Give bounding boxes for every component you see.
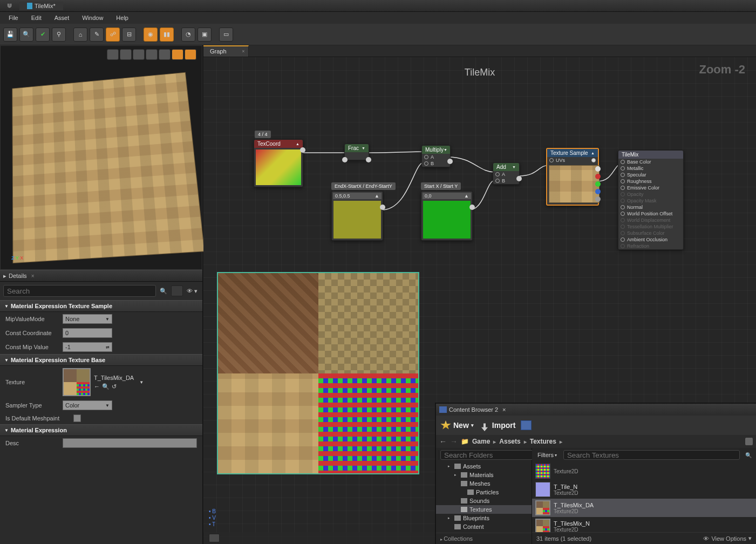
tree-item-particles[interactable]: Particles <box>436 488 532 497</box>
output-pin-metallic[interactable]: Metallic <box>618 165 683 172</box>
view-options-button[interactable]: 👁 View Options ▾ <box>703 535 752 542</box>
desc-input[interactable] <box>63 438 197 448</box>
output-pin-roughness[interactable]: Roughness <box>618 178 683 185</box>
tree-item-sounds[interactable]: Sounds <box>436 497 532 505</box>
node-output[interactable]: TileMix Base ColorMetallicSpecularRoughn… <box>618 150 684 250</box>
hide-button[interactable]: ⊟ <box>122 28 136 42</box>
tree-item-materials[interactable]: ▸Materials <box>436 471 532 479</box>
node-const2[interactable]: 0,0▲ <box>421 191 473 241</box>
node-texture-sample[interactable]: Texture Sample▲ UVs <box>546 148 599 206</box>
save-all-button[interactable] <box>521 420 532 430</box>
output-pin-world-position-offset[interactable]: World Position Offset <box>618 210 683 217</box>
vp-teapot-button[interactable] <box>159 49 171 60</box>
assets-search-input[interactable] <box>563 450 740 460</box>
constmip-input[interactable]: -1⇄ <box>63 342 112 352</box>
search-button[interactable]: ⚲ <box>52 28 66 42</box>
preview-viewport[interactable]: Z Y X <box>0 45 202 270</box>
close-icon[interactable]: × <box>31 273 35 279</box>
mobile-button[interactable]: ▭ <box>219 28 233 42</box>
folder-icon[interactable]: 📁 <box>461 438 469 445</box>
vp-plane-button[interactable] <box>133 49 145 60</box>
asset-t_tilesmix_n[interactable]: T_TilesMix_NTexture2D <box>532 517 756 532</box>
close-icon[interactable]: × <box>502 406 506 413</box>
stats-button[interactable]: ◔ <box>181 28 195 42</box>
save-button[interactable]: 💾 <box>3 28 17 42</box>
tree-item-content[interactable]: Content <box>436 522 532 531</box>
vp-sphere-button[interactable] <box>120 49 132 60</box>
use-icon[interactable]: ← <box>94 383 100 390</box>
path-assets[interactable]: Assets <box>499 438 520 445</box>
details-tab[interactable]: ▸ Details × <box>0 270 202 282</box>
path-root[interactable]: Game <box>472 438 490 445</box>
asset-t_tile_n[interactable]: T_Tile_NTexture2D <box>532 480 756 499</box>
back-button[interactable]: ← <box>439 437 447 446</box>
output-pin-tessellation-multiplier[interactable]: Tessellation Multiplier <box>618 223 683 230</box>
output-pin-subsurface-color[interactable]: Subsurface Color <box>618 230 683 236</box>
search-icon[interactable]: 🔍 <box>158 288 169 295</box>
collections-section[interactable]: ▸ Collections <box>436 533 532 544</box>
asset-t_tilesmix_da[interactable]: T_TilesMix_DATexture2D <box>532 499 756 517</box>
clean-button[interactable]: ✎ <box>90 28 104 42</box>
tab-graph[interactable]: Graph × <box>203 45 249 57</box>
meshpaint-checkbox[interactable] <box>73 414 81 422</box>
home-button[interactable]: ⌂ <box>73 28 87 42</box>
section-material-expression[interactable]: ▼Material Expression <box>0 424 202 436</box>
output-pin-opacity-mask[interactable]: Opacity Mask <box>618 198 683 204</box>
vp-mesh-button[interactable] <box>172 49 183 60</box>
vp-viewmode-button[interactable] <box>185 49 196 60</box>
output-pin-opacity[interactable]: Opacity <box>618 191 683 198</box>
search-icon[interactable]: 🔍 <box>743 452 754 458</box>
forward-button[interactable]: → <box>450 437 458 446</box>
node-texcoord[interactable]: TexCoord▲ <box>254 139 303 187</box>
output-pin-ambient-occlusion[interactable]: Ambient Occlusion <box>618 236 683 243</box>
live-preview-button[interactable]: ◉ <box>144 28 158 42</box>
vp-cube-button[interactable] <box>146 49 158 60</box>
node-const1[interactable]: 0.5,0.5▲ <box>331 191 383 241</box>
browse-icon[interactable]: 🔍 <box>102 383 110 390</box>
tree-item-assets[interactable]: ▸Assets <box>436 462 532 471</box>
output-pin-specular[interactable]: Specular <box>618 172 683 178</box>
output-pin-base-color[interactable]: Base Color <box>618 159 683 165</box>
filter-icon[interactable] <box>438 450 439 460</box>
apply-button[interactable]: ✔ <box>36 28 50 42</box>
asset-unknown[interactable]: Texture2D <box>532 462 756 480</box>
connectors-button[interactable]: ☍ <box>106 28 120 42</box>
eye-icon[interactable]: 👁 ▾ <box>185 286 199 296</box>
find-button[interactable]: 🔍 <box>19 28 33 42</box>
details-search-input[interactable] <box>3 285 156 297</box>
live-nodes-button[interactable]: ▮▮ <box>160 28 174 42</box>
new-button[interactable]: New▾ <box>440 420 474 430</box>
close-icon[interactable]: × <box>242 49 244 54</box>
path-textures[interactable]: Textures <box>530 438 556 445</box>
texture-thumbnail[interactable] <box>63 368 91 396</box>
constcoord-input[interactable]: 0 <box>63 328 112 338</box>
content-browser-tab[interactable]: Content Browser 2 × <box>436 404 756 416</box>
mipvaluemode-dropdown[interactable]: None▼ <box>63 314 112 324</box>
output-pin-emissive-color[interactable]: Emissive Color <box>618 185 683 191</box>
document-tab[interactable]: TileMix* <box>19 2 63 10</box>
matrix-icon[interactable] <box>171 285 183 296</box>
vp-cylinder-button[interactable] <box>107 49 119 60</box>
section-texture-sample[interactable]: ▼Material Expression Texture Sample <box>0 300 202 312</box>
menu-asset[interactable]: Asset <box>49 13 75 22</box>
node-multiply[interactable]: Multiply▼ A B <box>421 145 451 167</box>
output-pin-normal[interactable]: Normal <box>618 204 683 210</box>
tree-search-input[interactable] <box>440 450 539 460</box>
platform-button[interactable]: ▣ <box>197 28 212 42</box>
menu-file[interactable]: File <box>3 13 24 22</box>
tree-item-textures[interactable]: Textures <box>436 505 532 514</box>
output-pin-refraction[interactable]: Refraction <box>618 243 683 249</box>
lock-icon[interactable] <box>745 438 753 445</box>
section-texture-base[interactable]: ▼Material Expression Texture Base <box>0 354 202 366</box>
menu-edit[interactable]: Edit <box>26 13 47 22</box>
import-button[interactable]: Import <box>479 420 516 430</box>
tree-item-blueprints[interactable]: ▸Blueprints <box>436 514 532 522</box>
tree-item-meshes[interactable]: Meshes <box>436 479 532 488</box>
sampler-dropdown[interactable]: Color▼ <box>63 400 112 410</box>
node-add[interactable]: Add▼ A B <box>493 162 520 185</box>
filters-button[interactable]: Filters▾ <box>534 451 560 459</box>
node-frac[interactable]: Frac▼ <box>344 144 369 160</box>
menu-help[interactable]: Help <box>111 13 134 22</box>
palette-icon[interactable] <box>209 534 220 542</box>
menu-window[interactable]: Window <box>77 13 108 22</box>
